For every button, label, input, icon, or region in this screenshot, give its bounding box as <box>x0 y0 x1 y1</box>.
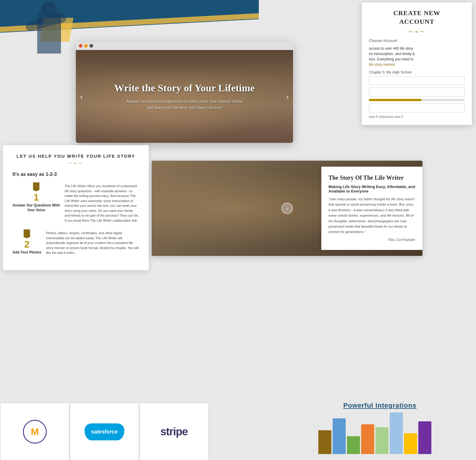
hero-nav-left[interactable]: ‹ <box>80 92 83 101</box>
bar-1 <box>333 418 346 454</box>
bar-6 <box>404 433 417 454</box>
story-card: The Story Of The Life Writer Making Life… <box>321 167 422 250</box>
help-panel: LET US HELP YOU WRITE YOUR LIFE STORY 〜❧… <box>3 145 149 270</box>
marketo-logo: M <box>23 420 47 444</box>
step-2-left: 2 Add Your Photos <box>12 229 41 255</box>
help-ornament: 〜❧〜 <box>12 161 139 166</box>
help-step-2: 2 Add Your Photos Photos, letters, recip… <box>12 229 139 255</box>
step-1-number: 1 <box>34 193 39 202</box>
account-input-3[interactable] <box>369 104 465 112</box>
account-input-2[interactable] <box>369 87 465 96</box>
step-1-label: Answer Our Questions WithYour Voice <box>12 203 60 212</box>
step-2-text: Photos, letters, recipes, certificates, … <box>46 229 139 255</box>
dot-green[interactable] <box>90 44 93 48</box>
help-easy-label: It's as easy as 1-2-3 <box>12 172 139 177</box>
account-link[interactable]: life story memoir. <box>369 62 396 67</box>
browser-window: ‹ Write the Story of Your Lifetime Answe… <box>76 42 293 143</box>
help-step-1: 1 Answer Our Questions WithYour Voice Th… <box>12 182 139 223</box>
stripe-card: stripe <box>140 403 208 460</box>
hero-image: ‹ Write the Story of Your Lifetime Answe… <box>76 50 293 143</box>
account-input-1[interactable] <box>369 76 465 85</box>
dot-red[interactable] <box>79 44 82 48</box>
account-choose-label: Choose Account <box>369 38 465 43</box>
logo-area: Digital Eco-System www.digitalecosystem.… <box>5 5 70 18</box>
step-2-number: 2 <box>24 240 30 249</box>
hero-nav-right[interactable]: › <box>286 92 289 101</box>
bar-4 <box>375 427 389 454</box>
account-description: access to over 440 life storyce transcri… <box>369 46 465 67</box>
account-ornament: 〜❧〜 <box>369 28 465 35</box>
hero-subtitle: Answer our customized questions to easil… <box>114 98 255 111</box>
integration-cards: M salesforce stripe <box>0 403 209 460</box>
account-chapter-label: Chapter 5: My High School <box>369 70 465 74</box>
step-1-bookmark <box>33 182 40 191</box>
story-card-subtitle: Making Life Story Writing Easy, Affordab… <box>328 184 415 193</box>
help-panel-title: LET US HELP YOU WRITE YOUR LIFE STORY <box>12 154 139 159</box>
browser-titlebar <box>76 42 293 50</box>
step-2-bookmark <box>24 229 30 238</box>
logo-subtitle: www.digitalecosystem.com <box>5 13 70 18</box>
salesforce-logo: salesforce <box>84 423 124 440</box>
story-card-title: The Story Of The Life Writer <box>328 174 415 182</box>
marketo-card: M <box>1 403 69 460</box>
step-1-text: The Life Writer offers you hundreds of c… <box>65 182 139 223</box>
story-card-author: -Teri, Co-Founder <box>328 238 415 242</box>
hero-title: Write the Story of Your Lifetime <box>114 82 255 94</box>
account-progress-bar <box>369 99 465 101</box>
story-panel: › The Story Of The Life Writer Making Li… <box>152 161 422 256</box>
story-nav-btn[interactable]: › <box>281 203 293 214</box>
stripe-logo: stripe <box>160 425 188 438</box>
account-panel: CREATE NEWACCOUNT 〜❧〜 Choose Account acc… <box>362 2 472 125</box>
account-bottom-text: east 6 characters and 2 <box>369 115 465 118</box>
account-progress-fill <box>369 99 422 101</box>
salesforce-card: salesforce <box>70 403 139 460</box>
step-1-left: 1 Answer Our Questions WithYour Voice <box>12 182 60 212</box>
bar-5 <box>390 412 403 454</box>
integrations-title: Powerful Integrations <box>343 402 416 409</box>
dot-yellow[interactable] <box>84 44 88 48</box>
hero-content: Write the Story of Your Lifetime Answer … <box>96 82 273 111</box>
bar-chart <box>312 400 476 460</box>
logo-title: Digital Eco-System <box>5 5 70 13</box>
account-panel-title: CREATE NEWACCOUNT <box>369 9 465 26</box>
marketo-letter: M <box>31 426 39 437</box>
step-2-label: Add Your Photos <box>12 250 41 255</box>
bar-3 <box>361 424 374 454</box>
integrations-section: M salesforce stripe Powerful Integration… <box>0 392 476 460</box>
bar-7 <box>418 421 431 454</box>
bar-0 <box>318 430 331 454</box>
story-card-quote: "Like many people, my father thought his… <box>328 196 415 235</box>
bar-2 <box>347 436 360 454</box>
